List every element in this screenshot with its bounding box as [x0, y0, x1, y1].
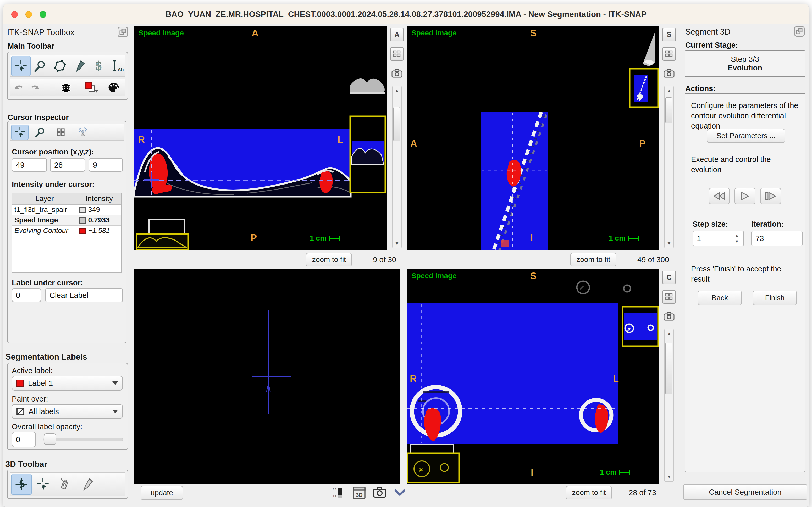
- trackball-3d-tool-button[interactable]: [11, 474, 32, 495]
- scroll-down-icon[interactable]: ▼: [392, 239, 401, 248]
- coronal-scrollbar-thumb[interactable]: [665, 343, 672, 394]
- label-name-value: Clear Label: [50, 291, 88, 300]
- tab-cursor-inspector[interactable]: [11, 125, 29, 140]
- cursor-z-input[interactable]: 9: [89, 158, 123, 172]
- coronal-camera-icon[interactable]: [662, 309, 676, 323]
- spin-up-icon[interactable]: ▲: [732, 232, 742, 238]
- orientation-letter: A: [394, 31, 399, 39]
- cursor-x-input[interactable]: 49: [12, 158, 47, 172]
- scalpel-tool-button[interactable]: [77, 474, 97, 495]
- sagittal-scrollbar-thumb[interactable]: [665, 97, 672, 123]
- coronal-orientation-icon[interactable]: C: [662, 271, 676, 284]
- sagittal-camera-icon[interactable]: [662, 66, 676, 80]
- opacity-slider-thumb[interactable]: [44, 434, 56, 445]
- stage-step: Step 3/3: [731, 55, 759, 64]
- annotation-tool-button[interactable]: Ab: [108, 56, 125, 76]
- finish-button[interactable]: Finish: [753, 290, 797, 305]
- tab-zoom-inspector[interactable]: [32, 125, 49, 140]
- tab-layer-inspector[interactable]: [52, 125, 69, 140]
- cursor-x-value: 49: [16, 161, 24, 169]
- scroll-up-icon[interactable]: ▲: [664, 329, 673, 338]
- axial-orientation-icon[interactable]: A: [390, 28, 404, 41]
- coronal-scrollbar[interactable]: ▲ ▼: [664, 329, 674, 482]
- sagittal-zoom-to-fit-button[interactable]: zoom to fit: [570, 253, 616, 267]
- iteration-input[interactable]: 73: [751, 231, 803, 246]
- sagittal-grid-icon[interactable]: [662, 47, 676, 61]
- sagittal-orientation-icon[interactable]: S: [662, 28, 676, 41]
- sagittal-scrollbar[interactable]: ▲ ▼: [664, 86, 674, 248]
- label-editor-palette-icon[interactable]: [105, 79, 122, 95]
- scroll-up-icon[interactable]: ▲: [664, 86, 673, 95]
- table-row[interactable]: Speed Image 0.7933: [12, 215, 121, 225]
- label-id-input[interactable]: 0: [12, 288, 41, 302]
- scroll-down-icon[interactable]: ▼: [664, 239, 673, 248]
- update-3d-button[interactable]: update: [141, 486, 183, 500]
- coronal-zoom-to-fit-button[interactable]: zoom to fit: [566, 486, 612, 499]
- intensity-value: −1.581: [88, 227, 110, 234]
- step-size-input[interactable]: 1 ▲▼: [693, 231, 744, 246]
- active-label-dropdown[interactable]: Label 1: [12, 376, 123, 391]
- zoom-to-fit-label: zoom to fit: [572, 489, 606, 497]
- axial-grid-icon[interactable]: [390, 47, 404, 61]
- crosshair-3d-tool-button[interactable]: [33, 474, 53, 495]
- undock-segment3d-icon[interactable]: [794, 26, 805, 37]
- table-row[interactable]: Evolving Contour −1.581: [12, 225, 121, 236]
- axial-camera-icon[interactable]: [390, 66, 404, 80]
- back-button[interactable]: Back: [698, 290, 742, 305]
- axial-strip: A ▲ ▼: [388, 25, 405, 250]
- crosshair-tool-button[interactable]: [11, 56, 31, 76]
- zoom-tool-button[interactable]: [31, 56, 50, 76]
- coronal-view[interactable]: Speed Image S R L I 1 cm: [407, 269, 659, 484]
- axial-scrollbar[interactable]: ▲ ▼: [392, 86, 402, 248]
- label-name-box[interactable]: Clear Label: [45, 288, 123, 302]
- opacity-input[interactable]: 0: [12, 432, 36, 447]
- cursor-y-input[interactable]: 28: [50, 158, 85, 172]
- spray-paint-tool-button[interactable]: [55, 474, 75, 495]
- svg-text:$: $: [96, 59, 102, 72]
- view-3d[interactable]: [134, 269, 400, 484]
- table-row[interactable]: t1_fl3d_tra_spair 349: [12, 205, 121, 215]
- undock-toolbox-icon[interactable]: [118, 27, 128, 37]
- coronal-strip: C ▲ ▼: [660, 269, 678, 484]
- cancel-segmentation-label: Cancel Segmentation: [709, 488, 781, 497]
- cursor-y-value: 28: [54, 161, 63, 169]
- paintbrush-tool-button[interactable]: [69, 56, 89, 76]
- axial-view[interactable]: Speed Image A R L P 1 cm: [134, 25, 387, 250]
- play-evolution-button[interactable]: [735, 188, 755, 204]
- step-size-spinner[interactable]: ▲▼: [731, 232, 742, 244]
- coronal-grid-icon[interactable]: [662, 290, 676, 303]
- paint-over-dropdown[interactable]: All labels: [12, 404, 123, 419]
- display-layout-icon[interactable]: 2.01.4: [332, 487, 346, 499]
- sagittal-view[interactable]: Speed Image S A P I 1 cm: [407, 25, 659, 250]
- scale-bar: 1 cm: [609, 234, 640, 242]
- set-parameters-label: Set Parameters ...: [716, 132, 775, 140]
- divider: [689, 149, 801, 149]
- undo-icon[interactable]: [12, 79, 27, 95]
- cancel-segmentation-button[interactable]: Cancel Segmentation: [683, 484, 807, 500]
- scroll-up-icon[interactable]: ▲: [392, 86, 401, 95]
- redo-icon[interactable]: [27, 79, 42, 95]
- step-evolution-button[interactable]: [760, 188, 781, 204]
- update-label: update: [151, 489, 173, 497]
- step-size-value: 1: [697, 234, 701, 243]
- rewind-evolution-button[interactable]: [709, 188, 730, 204]
- screenshot-camera-icon[interactable]: [373, 487, 387, 499]
- 3d-window-icon[interactable]: 3D: [353, 486, 366, 499]
- orientation-right: P: [639, 138, 645, 149]
- segmentation-labels-title: Segmentation Labels: [5, 352, 87, 362]
- polygon-tool-button[interactable]: [50, 56, 69, 76]
- axial-scrollbar-thumb[interactable]: [393, 107, 400, 141]
- bottom-controls: update 2.01.4 3D zoom to fit 28 of 73: [133, 485, 681, 503]
- tab-sync-inspector[interactable]: [74, 125, 91, 140]
- active-label-icon[interactable]: [82, 79, 101, 95]
- layer-inspector-icon[interactable]: [57, 79, 75, 95]
- set-parameters-button[interactable]: Set Parameters ...: [707, 129, 785, 143]
- table-header-row: Layer Intensity: [12, 193, 121, 205]
- spin-down-icon[interactable]: ▼: [732, 238, 742, 244]
- snake-tool-button[interactable]: $: [89, 56, 108, 76]
- current-stage-box: Step 3/3 Evolution: [685, 50, 805, 77]
- expand-panel-chevron-icon[interactable]: [394, 489, 405, 498]
- scroll-down-icon[interactable]: ▼: [664, 472, 673, 482]
- axial-zoom-to-fit-button[interactable]: zoom to fit: [306, 253, 352, 267]
- inspector-tabs-row: [10, 123, 124, 141]
